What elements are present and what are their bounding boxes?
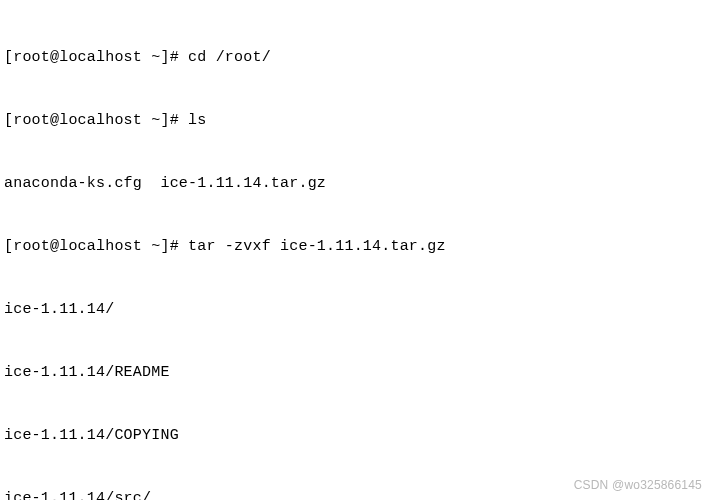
watermark-text: CSDN @wo325866145 <box>574 475 702 496</box>
terminal-line: ice-1.11.14/COPYING <box>4 425 704 446</box>
terminal-line: [root@localhost ~]# ls <box>4 110 704 131</box>
terminal-line: [root@localhost ~]# cd /root/ <box>4 47 704 68</box>
terminal-line: anaconda-ks.cfg ice-1.11.14.tar.gz <box>4 173 704 194</box>
terminal-output[interactable]: [root@localhost ~]# cd /root/ [root@loca… <box>4 5 704 500</box>
terminal-line: [root@localhost ~]# tar -zvxf ice-1.11.1… <box>4 236 704 257</box>
terminal-line: ice-1.11.14/ <box>4 299 704 320</box>
terminal-line: ice-1.11.14/README <box>4 362 704 383</box>
